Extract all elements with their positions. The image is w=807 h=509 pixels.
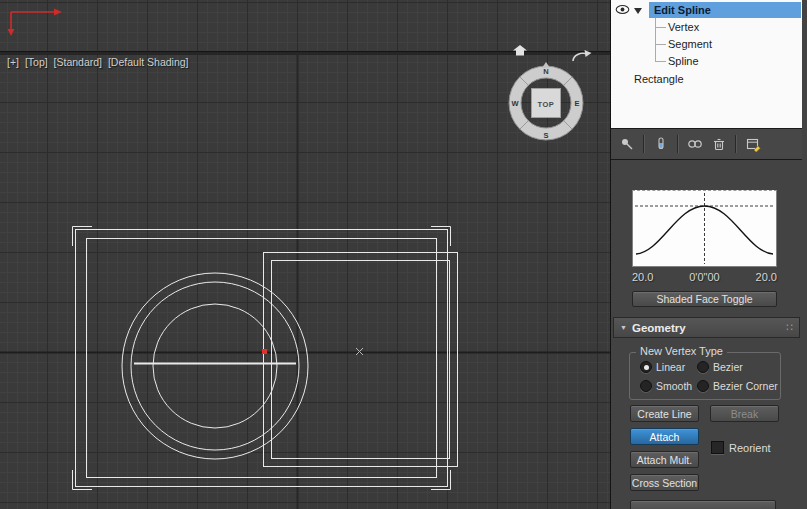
shaded-face-toggle-button[interactable]: Shaded Face Toggle (632, 291, 777, 307)
first-vertex-marker (262, 349, 267, 354)
falloff-curve-graphic (633, 191, 776, 266)
group-label: New Vertex Type (636, 345, 727, 357)
subobject-spline[interactable]: Spline (668, 53, 699, 69)
modifier-item-rectangle[interactable]: Rectangle (634, 71, 684, 87)
viewport-menu-renderer[interactable]: [Standard] (54, 56, 102, 68)
falloff-curve-display (632, 190, 777, 267)
rollout-arrow-icon: ▼ (620, 324, 627, 331)
checkbox-label: Reorient (729, 442, 771, 454)
configure-modifier-sets-icon[interactable] (741, 133, 765, 155)
radio-smooth[interactable]: Smooth (640, 380, 692, 392)
viewport-label: [+] [Top] [Standard] [Default Shading] (7, 56, 192, 68)
falloff-left-value: 20.0 (632, 271, 653, 283)
tree-line (655, 18, 656, 62)
falloff-values: 20.0 0'0"00 20.0 (632, 271, 777, 283)
radio-icon (640, 380, 652, 392)
break-button[interactable]: Break (710, 405, 779, 422)
modifier-label: Edit Spline (654, 4, 711, 16)
tree-line (655, 44, 666, 45)
tree-line (655, 61, 666, 62)
viewcube-home-icon[interactable] (512, 44, 528, 57)
subobject-vertex[interactable]: Vertex (668, 19, 699, 35)
max-window: [+] [Top] [Standard] [Default Shading] (0, 0, 807, 509)
attach-mult-button[interactable]: Attach Mult. (630, 451, 699, 468)
falloff-right-value: 20.0 (756, 271, 777, 283)
remove-modifier-icon[interactable] (707, 133, 731, 155)
command-panel: Edit Spline Vertex Segment Spline Rectan… (610, 0, 807, 509)
checkbox-icon (711, 441, 724, 454)
make-unique-icon[interactable] (683, 133, 707, 155)
pin-stack-icon[interactable] (615, 133, 639, 155)
radio-bezier-corner[interactable]: Bezier Corner (697, 380, 778, 392)
new-vertex-type-group: New Vertex Type Linear Bezier Smooth Bez… (629, 352, 781, 400)
viewcube[interactable]: TOP N W E S (504, 61, 588, 145)
radio-icon (697, 380, 709, 392)
modifier-item-edit-spline[interactable]: Edit Spline (649, 2, 801, 18)
viewcube-w-label: W (511, 99, 519, 108)
visibility-eye-icon[interactable] (615, 4, 630, 15)
toolbar-separator (735, 135, 737, 153)
modifier-stack-list[interactable]: Edit Spline Vertex Segment Spline Rectan… (611, 0, 802, 129)
modifier-stack-toolbar (611, 129, 802, 160)
toolbar-separator (677, 135, 679, 153)
viewcube-graphic: TOP N W E S (504, 61, 588, 145)
toolbar-separator (643, 135, 645, 153)
radio-icon (697, 361, 709, 373)
show-end-result-icon[interactable] (649, 133, 673, 155)
viewcube-s-label: S (543, 131, 548, 140)
radio-label: Bezier (713, 361, 743, 373)
radio-bezier[interactable]: Bezier (697, 361, 743, 373)
viewport-top[interactable]: [+] [Top] [Standard] [Default Shading] (0, 0, 610, 509)
rollout-grip-icon: ∷ (786, 321, 794, 334)
reorient-checkbox[interactable]: Reorient (711, 441, 771, 454)
partial-button[interactable] (630, 500, 776, 509)
viewport-menu-shading[interactable]: [Default Shading] (108, 56, 189, 68)
viewport-menu-pov[interactable]: [Top] (25, 56, 48, 68)
radio-label: Smooth (656, 380, 692, 392)
radio-label: Linear (656, 361, 685, 373)
radio-icon (640, 361, 652, 373)
viewcube-n-label: N (543, 67, 548, 76)
attach-button[interactable]: Attach (630, 428, 699, 445)
subobject-segment[interactable]: Segment (668, 36, 712, 52)
viewcube-e-label: E (574, 99, 579, 108)
pivot-cross-marker (356, 348, 363, 355)
create-line-button[interactable]: Create Line (630, 405, 699, 422)
radio-linear[interactable]: Linear (640, 361, 685, 373)
world-axis-tripod-icon (4, 2, 74, 40)
radio-label: Bezier Corner (713, 380, 778, 392)
expand-collapse-icon[interactable] (634, 8, 642, 14)
cross-section-button[interactable]: Cross Section (630, 474, 699, 491)
rollout-title: Geometry (632, 322, 686, 334)
falloff-center-value: 0'0"00 (689, 271, 719, 283)
geometry-rollout-header[interactable]: ▼ Geometry ∷ (613, 317, 800, 338)
viewport-menu-general[interactable]: [+] (7, 56, 19, 68)
tree-line (655, 27, 666, 28)
viewcube-face-label: TOP (538, 100, 555, 109)
